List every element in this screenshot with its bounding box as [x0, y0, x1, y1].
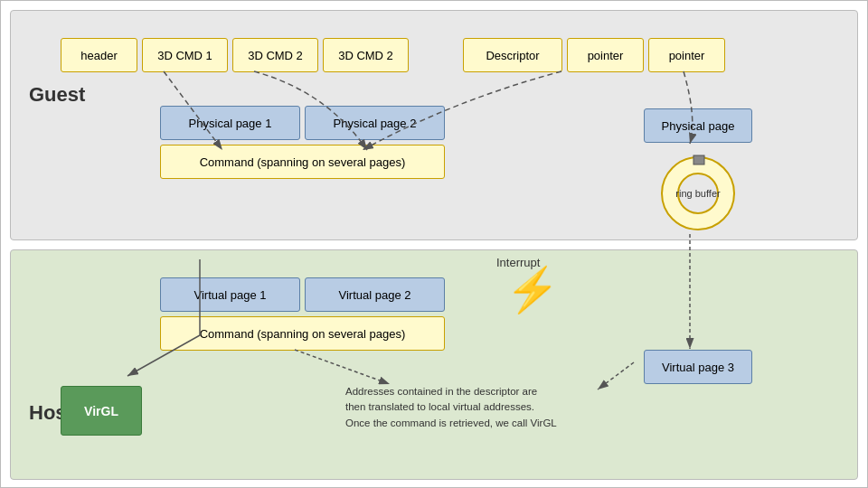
- lightning-icon: ⚡: [505, 268, 560, 312]
- address-note: Addresses contained in the descriptor ar…: [345, 384, 617, 431]
- svg-rect-2: [693, 155, 704, 164]
- header-box: header: [61, 38, 137, 72]
- physical-page-1: Physical page 1: [160, 106, 300, 140]
- diagram-container: Guest header 3D CMD 1 3D CMD 2 3D CMD 2 …: [0, 0, 868, 488]
- descriptor-box: Descriptor: [463, 38, 562, 72]
- command-host: Command (spanning on several pages): [160, 316, 445, 351]
- virtual-page-1: Virtual page 1: [160, 277, 300, 312]
- host-area: Host Virtual page 1 Virtual page 2 Comma…: [10, 249, 858, 480]
- virgl-box: VirGL: [61, 386, 142, 436]
- cmd2a-box: 3D CMD 2: [232, 38, 318, 72]
- physical-page-ring: Physical page: [644, 108, 752, 143]
- virtual-page-2: Virtual page 2: [305, 277, 445, 312]
- virtual-page-3: Virtual page 3: [644, 350, 752, 384]
- guest-label: Guest: [29, 83, 85, 107]
- pointer1-box: pointer: [567, 38, 644, 72]
- ring-buffer-container: ring buffer: [639, 146, 757, 232]
- cmd2b-box: 3D CMD 2: [323, 38, 409, 72]
- command-guest: Command (spanning on several pages): [160, 145, 445, 179]
- pointer2-box: pointer: [648, 38, 725, 72]
- cmd1-box: 3D CMD 1: [142, 38, 228, 72]
- physical-page-2: Physical page 2: [305, 106, 445, 140]
- guest-area: Guest header 3D CMD 1 3D CMD 2 3D CMD 2 …: [10, 10, 858, 240]
- svg-text:ring buffer: ring buffer: [675, 188, 721, 199]
